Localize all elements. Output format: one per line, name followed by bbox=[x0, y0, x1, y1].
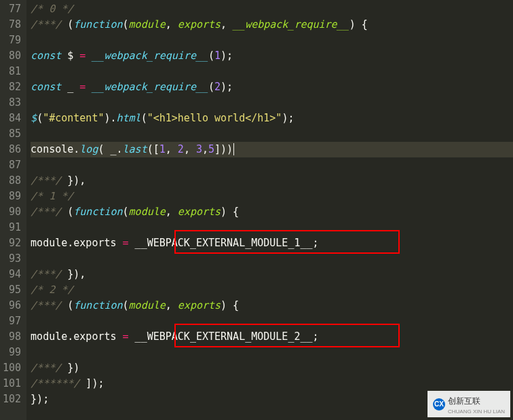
code-line[interactable]: module.exports = __WEBPACK_EXTERNAL_MODU… bbox=[31, 329, 513, 345]
code-line[interactable]: /* 2 */ bbox=[31, 282, 513, 298]
code-line[interactable]: const $ = __webpack_require__(1); bbox=[31, 48, 513, 64]
line-number: 77 bbox=[3, 1, 21, 17]
line-number: 86 bbox=[3, 142, 21, 157]
code-line[interactable] bbox=[31, 64, 513, 79]
code-line[interactable] bbox=[31, 157, 513, 173]
line-number: 91 bbox=[3, 220, 21, 235]
line-number: 82 bbox=[3, 79, 21, 95]
code-line[interactable]: const _ = __webpack_require__(2); bbox=[31, 79, 513, 95]
code-line[interactable] bbox=[31, 33, 513, 48]
watermark: CX 创新互联 CHUANG XIN HU LIAN bbox=[428, 391, 510, 417]
text-cursor bbox=[233, 143, 234, 155]
line-number: 79 bbox=[3, 33, 21, 48]
line-number: 80 bbox=[3, 48, 21, 64]
code-line[interactable]: /******/ ]); bbox=[31, 376, 513, 392]
line-number: 81 bbox=[3, 64, 21, 79]
code-line[interactable]: /***/ }), bbox=[31, 267, 513, 282]
line-number: 96 bbox=[3, 298, 21, 313]
code-line[interactable]: /* 1 */ bbox=[31, 189, 513, 204]
line-number: 94 bbox=[3, 267, 21, 282]
code-line[interactable]: /***/ (function(module, exports) { bbox=[31, 204, 513, 220]
code-line[interactable] bbox=[31, 251, 513, 267]
code-line[interactable]: console.log( _.last([1, 2, 3,5])) bbox=[31, 142, 513, 157]
code-line[interactable]: /***/ (function(module, exports) { bbox=[31, 298, 513, 313]
line-number: 92 bbox=[3, 235, 21, 251]
code-line[interactable]: $("#content").html("<h1>hello world</h1>… bbox=[31, 111, 513, 126]
code-line[interactable]: /***/ }), bbox=[31, 173, 513, 189]
code-line[interactable] bbox=[31, 95, 513, 111]
line-number: 98 bbox=[3, 329, 21, 345]
line-number: 89 bbox=[3, 189, 21, 204]
line-number: 87 bbox=[3, 157, 21, 173]
line-number: 78 bbox=[3, 17, 21, 33]
code-area[interactable]: /* 0 *//***/ (function(module, exports, … bbox=[26, 0, 513, 420]
code-line[interactable] bbox=[31, 220, 513, 235]
code-line[interactable] bbox=[31, 126, 513, 142]
line-number: 90 bbox=[3, 204, 21, 220]
line-number: 100 bbox=[3, 360, 21, 376]
line-number: 85 bbox=[3, 126, 21, 142]
watermark-logo-icon: CX bbox=[433, 398, 445, 411]
line-number: 84 bbox=[3, 111, 21, 126]
line-number: 102 bbox=[3, 392, 21, 407]
line-number: 88 bbox=[3, 173, 21, 189]
code-line[interactable]: module.exports = __WEBPACK_EXTERNAL_MODU… bbox=[31, 235, 513, 251]
line-number: 95 bbox=[3, 282, 21, 298]
line-number: 99 bbox=[3, 345, 21, 360]
watermark-text: 创新互联 CHUANG XIN HU LIAN bbox=[448, 394, 505, 415]
line-number: 97 bbox=[3, 313, 21, 329]
code-line[interactable] bbox=[31, 313, 513, 329]
code-line[interactable]: /***/ }) bbox=[31, 360, 513, 376]
line-number: 101 bbox=[3, 376, 21, 392]
line-number: 93 bbox=[3, 251, 21, 267]
line-number-gutter: 7778798081828384858687888990919293949596… bbox=[0, 0, 26, 420]
code-line[interactable]: /***/ (function(module, exports, __webpa… bbox=[31, 17, 513, 33]
code-line[interactable]: /* 0 */ bbox=[31, 1, 513, 17]
line-number: 83 bbox=[3, 95, 21, 111]
code-editor[interactable]: 7778798081828384858687888990919293949596… bbox=[0, 0, 513, 420]
code-line[interactable] bbox=[31, 345, 513, 360]
